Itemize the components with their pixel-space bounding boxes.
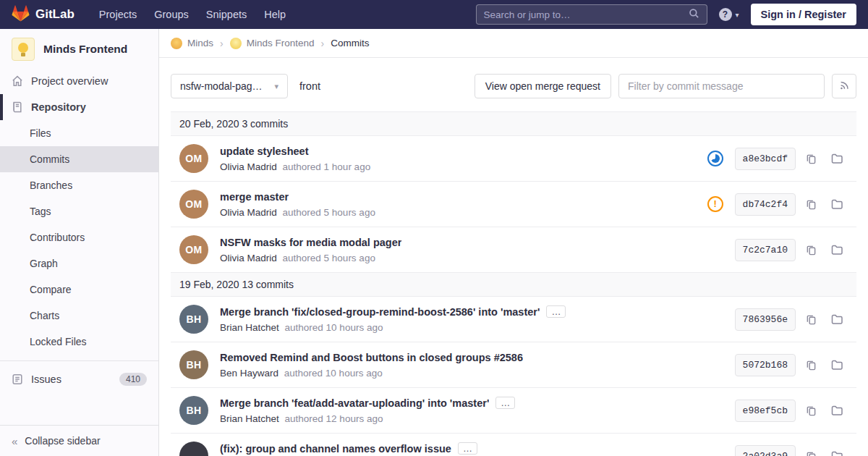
issues-icon <box>12 373 23 385</box>
commit-row: OM NSFW masks for media modal pager Oliv… <box>171 227 856 273</box>
avatar[interactable] <box>179 442 208 456</box>
toggle-commit-description-button[interactable]: … <box>495 397 515 409</box>
copy-icon <box>806 245 817 256</box>
commit-meta: Olivia Madrid authored 1 hour ago <box>220 161 699 172</box>
copy-sha-button[interactable] <box>800 193 822 215</box>
collapse-icon: « <box>12 436 17 447</box>
commit-date-header: 20 Feb, 2020 3 commits <box>171 111 856 136</box>
browse-files-button[interactable] <box>826 354 848 376</box>
copy-sha-button[interactable] <box>800 239 822 261</box>
avatar[interactable]: OM <box>179 190 208 219</box>
commit-title-link[interactable]: update stylesheet <box>220 145 309 157</box>
main-navigation: Projects Groups Snippets Help <box>99 9 286 20</box>
commit-title-link[interactable]: NSFW masks for media modal pager <box>220 237 401 248</box>
browse-files-button[interactable] <box>826 239 848 261</box>
sidebar-item-compare[interactable]: Compare <box>0 276 158 303</box>
commit-time: authored 5 hours ago <box>283 253 375 263</box>
toggle-commit-description-button[interactable]: … <box>546 305 566 318</box>
commit-author-link[interactable]: Olivia Madrid <box>220 161 277 172</box>
nav-groups[interactable]: Groups <box>154 9 189 20</box>
commit-title-link[interactable]: Removed Remind and Boost buttons in clos… <box>220 352 523 363</box>
copy-sha-button[interactable] <box>800 354 822 376</box>
avatar[interactable]: BH <box>179 396 208 425</box>
ref-path-label: front <box>299 80 320 92</box>
copy-sha-button[interactable] <box>800 400 822 421</box>
sidebar-item-files[interactable]: Files <box>0 120 158 146</box>
collapse-label: Collapse sidebar <box>25 435 100 447</box>
folder-icon <box>831 244 843 256</box>
commit-row: OM update stylesheet Olivia Madrid autho… <box>171 136 856 182</box>
sidebar-item-issues[interactable]: Issues 410 <box>0 366 158 393</box>
filter-commit-message-input[interactable] <box>618 74 825 98</box>
commit-author-link[interactable]: Brian Hatchet <box>220 413 279 424</box>
breadcrumb-minds-frontend-link[interactable]: Minds Frontend <box>247 38 315 48</box>
sidebar-item-locked-files[interactable]: Locked Files <box>0 329 158 355</box>
avatar[interactable]: BH <box>179 350 208 379</box>
commit-title-link[interactable]: Merge branch 'fix/closed-group-remind-bo… <box>220 306 540 318</box>
copy-sha-button[interactable] <box>800 148 822 169</box>
pipeline-warning-icon[interactable] <box>707 196 723 212</box>
browse-files-button[interactable] <box>826 400 848 421</box>
sidebar-item-contributors[interactable]: Contributors <box>0 224 158 250</box>
collapse-sidebar-button[interactable]: « Collapse sidebar <box>0 425 158 456</box>
gitlab-home-link[interactable]: GitLab <box>12 5 75 25</box>
commit-sha[interactable]: 7863956e <box>735 308 796 331</box>
nav-snippets[interactable]: Snippets <box>206 9 247 20</box>
minds-frontend-avatar <box>230 38 242 49</box>
sidebar-item-graph[interactable]: Graph <box>0 250 158 276</box>
browse-files-button[interactable] <box>826 193 848 215</box>
sidebar-item-branches[interactable]: Branches <box>0 172 158 198</box>
breadcrumb-minds-link[interactable]: Minds <box>187 38 213 48</box>
browse-files-button[interactable] <box>826 445 848 456</box>
global-search-box[interactable] <box>476 4 707 25</box>
commit-sha[interactable]: a8e3bcdf <box>735 148 796 170</box>
copy-sha-button[interactable] <box>800 445 822 456</box>
copy-sha-button[interactable] <box>800 308 822 330</box>
commits-feed-button[interactable] <box>832 74 856 98</box>
browse-files-button[interactable] <box>826 148 848 169</box>
pipeline-running-icon[interactable] <box>707 151 723 166</box>
commit-sha[interactable]: db74c2f4 <box>735 193 796 216</box>
active-section-indicator <box>0 94 3 120</box>
gitlab-tanuki-logo-icon <box>12 5 30 25</box>
project-header[interactable]: Minds Frontend <box>0 29 158 68</box>
nav-help[interactable]: Help <box>264 9 286 20</box>
folder-icon <box>831 198 843 210</box>
sidebar-item-project-overview[interactable]: Project overview <box>0 68 158 94</box>
commit-author-link[interactable]: Brian Hatchet <box>220 322 279 333</box>
commit-sha[interactable]: e98ef5cb <box>735 400 796 422</box>
commit-meta: Brian Hatchet authored 10 hours ago <box>220 322 726 333</box>
avatar[interactable]: BH <box>179 305 208 334</box>
project-name: Minds Frontend <box>43 43 127 56</box>
sidebar-item-commits[interactable]: Commits <box>0 146 158 172</box>
view-open-merge-request-button[interactable]: View open merge request <box>475 74 611 98</box>
commit-author-link[interactable]: Olivia Madrid <box>220 253 277 263</box>
commit-title-link[interactable]: Merge branch 'feat/add-avatar-uploading'… <box>220 397 489 409</box>
commit-sha[interactable]: 5072b168 <box>735 354 796 376</box>
commit-sha[interactable]: 7c2c7a10 <box>735 239 796 261</box>
commit-sha[interactable]: 2a02d3a9 <box>735 445 796 456</box>
commit-meta: Olivia Madrid authored 5 hours ago <box>220 253 726 263</box>
branch-selector-value: nsfw-modal-pag… <box>180 80 263 92</box>
avatar[interactable]: OM <box>179 144 208 173</box>
commit-time: authored 10 hours ago <box>284 368 383 379</box>
branch-selector-dropdown[interactable]: nsfw-modal-pag… ▾ <box>171 74 288 98</box>
commit-author-link[interactable]: Ben Hayward <box>220 368 278 379</box>
commit-title-link[interactable]: (fix): group and channel names overflow … <box>220 443 451 455</box>
search-input[interactable] <box>484 9 689 20</box>
commit-title-link[interactable]: merge master <box>220 191 289 203</box>
sidebar-item-charts[interactable]: Charts <box>0 303 158 329</box>
browse-files-button[interactable] <box>826 308 848 330</box>
toggle-commit-description-button[interactable]: … <box>458 442 477 455</box>
sidebar-item-repository[interactable]: Repository <box>0 94 158 120</box>
sign-in-register-button[interactable]: Sign in / Register <box>751 4 856 25</box>
sidebar-item-tags[interactable]: Tags <box>0 198 158 224</box>
help-dropdown[interactable]: ? ▾ <box>719 8 739 21</box>
copy-icon <box>806 153 817 164</box>
avatar[interactable]: OM <box>179 235 208 264</box>
folder-icon <box>831 153 843 164</box>
commit-author-link[interactable]: Olivia Madrid <box>220 207 277 218</box>
nav-projects[interactable]: Projects <box>99 9 137 20</box>
commit-list: 20 Feb, 2020 3 commits OM update stylesh… <box>171 111 856 456</box>
copy-icon <box>806 199 817 210</box>
